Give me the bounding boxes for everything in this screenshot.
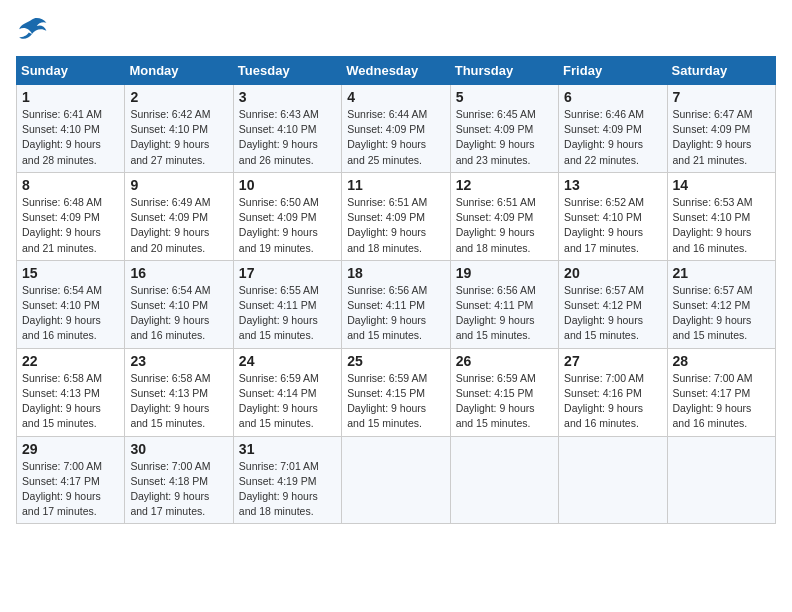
calendar-cell: 29 Sunrise: 7:00 AM Sunset: 4:17 PM Dayl… [17,436,125,524]
calendar-cell [450,436,558,524]
day-number: 20 [564,265,661,281]
day-number: 29 [22,441,119,457]
day-number: 12 [456,177,553,193]
day-number: 9 [130,177,227,193]
day-number: 25 [347,353,444,369]
calendar-cell: 7 Sunrise: 6:47 AM Sunset: 4:09 PM Dayli… [667,85,775,173]
day-number: 22 [22,353,119,369]
calendar-cell: 23 Sunrise: 6:58 AM Sunset: 4:13 PM Dayl… [125,348,233,436]
calendar-cell: 26 Sunrise: 6:59 AM Sunset: 4:15 PM Dayl… [450,348,558,436]
weekday-header-sunday: Sunday [17,57,125,85]
calendar-cell: 18 Sunrise: 6:56 AM Sunset: 4:11 PM Dayl… [342,260,450,348]
day-info: Sunrise: 6:56 AM Sunset: 4:11 PM Dayligh… [347,283,444,344]
day-info: Sunrise: 6:59 AM Sunset: 4:15 PM Dayligh… [456,371,553,432]
day-number: 26 [456,353,553,369]
day-number: 7 [673,89,770,105]
calendar-cell: 25 Sunrise: 6:59 AM Sunset: 4:15 PM Dayl… [342,348,450,436]
day-info: Sunrise: 6:50 AM Sunset: 4:09 PM Dayligh… [239,195,336,256]
calendar-cell [667,436,775,524]
calendar-cell: 15 Sunrise: 6:54 AM Sunset: 4:10 PM Dayl… [17,260,125,348]
day-info: Sunrise: 6:45 AM Sunset: 4:09 PM Dayligh… [456,107,553,168]
day-number: 31 [239,441,336,457]
day-number: 8 [22,177,119,193]
day-number: 23 [130,353,227,369]
calendar-cell: 13 Sunrise: 6:52 AM Sunset: 4:10 PM Dayl… [559,172,667,260]
day-info: Sunrise: 7:00 AM Sunset: 4:17 PM Dayligh… [22,459,119,520]
calendar-cell: 8 Sunrise: 6:48 AM Sunset: 4:09 PM Dayli… [17,172,125,260]
calendar-table: SundayMondayTuesdayWednesdayThursdayFrid… [16,56,776,524]
logo [16,16,54,44]
calendar-cell: 1 Sunrise: 6:41 AM Sunset: 4:10 PM Dayli… [17,85,125,173]
page-header [16,16,776,44]
calendar-cell: 22 Sunrise: 6:58 AM Sunset: 4:13 PM Dayl… [17,348,125,436]
weekday-header-saturday: Saturday [667,57,775,85]
calendar-cell: 16 Sunrise: 6:54 AM Sunset: 4:10 PM Dayl… [125,260,233,348]
day-number: 24 [239,353,336,369]
calendar-cell: 17 Sunrise: 6:55 AM Sunset: 4:11 PM Dayl… [233,260,341,348]
calendar-cell: 28 Sunrise: 7:00 AM Sunset: 4:17 PM Dayl… [667,348,775,436]
day-number: 27 [564,353,661,369]
calendar-cell: 3 Sunrise: 6:43 AM Sunset: 4:10 PM Dayli… [233,85,341,173]
day-info: Sunrise: 6:48 AM Sunset: 4:09 PM Dayligh… [22,195,119,256]
day-number: 15 [22,265,119,281]
calendar-cell [559,436,667,524]
day-info: Sunrise: 6:51 AM Sunset: 4:09 PM Dayligh… [347,195,444,256]
day-info: Sunrise: 7:00 AM Sunset: 4:16 PM Dayligh… [564,371,661,432]
calendar-cell: 19 Sunrise: 6:56 AM Sunset: 4:11 PM Dayl… [450,260,558,348]
calendar-cell: 4 Sunrise: 6:44 AM Sunset: 4:09 PM Dayli… [342,85,450,173]
day-info: Sunrise: 6:52 AM Sunset: 4:10 PM Dayligh… [564,195,661,256]
calendar-cell: 27 Sunrise: 7:00 AM Sunset: 4:16 PM Dayl… [559,348,667,436]
day-number: 18 [347,265,444,281]
day-info: Sunrise: 6:44 AM Sunset: 4:09 PM Dayligh… [347,107,444,168]
day-info: Sunrise: 6:51 AM Sunset: 4:09 PM Dayligh… [456,195,553,256]
day-number: 16 [130,265,227,281]
day-info: Sunrise: 6:57 AM Sunset: 4:12 PM Dayligh… [564,283,661,344]
calendar-cell: 20 Sunrise: 6:57 AM Sunset: 4:12 PM Dayl… [559,260,667,348]
day-info: Sunrise: 6:54 AM Sunset: 4:10 PM Dayligh… [22,283,119,344]
calendar-cell: 6 Sunrise: 6:46 AM Sunset: 4:09 PM Dayli… [559,85,667,173]
calendar-cell: 31 Sunrise: 7:01 AM Sunset: 4:19 PM Dayl… [233,436,341,524]
day-number: 17 [239,265,336,281]
day-number: 6 [564,89,661,105]
calendar-cell: 14 Sunrise: 6:53 AM Sunset: 4:10 PM Dayl… [667,172,775,260]
day-info: Sunrise: 6:54 AM Sunset: 4:10 PM Dayligh… [130,283,227,344]
day-info: Sunrise: 6:59 AM Sunset: 4:14 PM Dayligh… [239,371,336,432]
day-number: 19 [456,265,553,281]
day-number: 28 [673,353,770,369]
day-number: 30 [130,441,227,457]
day-number: 2 [130,89,227,105]
logo-icon [16,16,48,44]
day-number: 3 [239,89,336,105]
weekday-header-friday: Friday [559,57,667,85]
day-number: 21 [673,265,770,281]
calendar-cell [342,436,450,524]
day-info: Sunrise: 6:41 AM Sunset: 4:10 PM Dayligh… [22,107,119,168]
day-number: 13 [564,177,661,193]
day-number: 1 [22,89,119,105]
day-number: 4 [347,89,444,105]
day-info: Sunrise: 6:49 AM Sunset: 4:09 PM Dayligh… [130,195,227,256]
day-number: 10 [239,177,336,193]
calendar-cell: 5 Sunrise: 6:45 AM Sunset: 4:09 PM Dayli… [450,85,558,173]
day-info: Sunrise: 6:56 AM Sunset: 4:11 PM Dayligh… [456,283,553,344]
day-info: Sunrise: 6:47 AM Sunset: 4:09 PM Dayligh… [673,107,770,168]
calendar-cell: 21 Sunrise: 6:57 AM Sunset: 4:12 PM Dayl… [667,260,775,348]
day-info: Sunrise: 7:00 AM Sunset: 4:18 PM Dayligh… [130,459,227,520]
day-info: Sunrise: 6:42 AM Sunset: 4:10 PM Dayligh… [130,107,227,168]
calendar-cell: 2 Sunrise: 6:42 AM Sunset: 4:10 PM Dayli… [125,85,233,173]
day-info: Sunrise: 7:01 AM Sunset: 4:19 PM Dayligh… [239,459,336,520]
calendar-cell: 11 Sunrise: 6:51 AM Sunset: 4:09 PM Dayl… [342,172,450,260]
calendar-cell: 12 Sunrise: 6:51 AM Sunset: 4:09 PM Dayl… [450,172,558,260]
day-info: Sunrise: 6:58 AM Sunset: 4:13 PM Dayligh… [22,371,119,432]
day-info: Sunrise: 6:46 AM Sunset: 4:09 PM Dayligh… [564,107,661,168]
calendar-cell: 9 Sunrise: 6:49 AM Sunset: 4:09 PM Dayli… [125,172,233,260]
day-number: 5 [456,89,553,105]
day-info: Sunrise: 7:00 AM Sunset: 4:17 PM Dayligh… [673,371,770,432]
day-number: 11 [347,177,444,193]
day-info: Sunrise: 6:57 AM Sunset: 4:12 PM Dayligh… [673,283,770,344]
weekday-header-tuesday: Tuesday [233,57,341,85]
day-info: Sunrise: 6:43 AM Sunset: 4:10 PM Dayligh… [239,107,336,168]
day-info: Sunrise: 6:59 AM Sunset: 4:15 PM Dayligh… [347,371,444,432]
day-number: 14 [673,177,770,193]
day-info: Sunrise: 6:55 AM Sunset: 4:11 PM Dayligh… [239,283,336,344]
